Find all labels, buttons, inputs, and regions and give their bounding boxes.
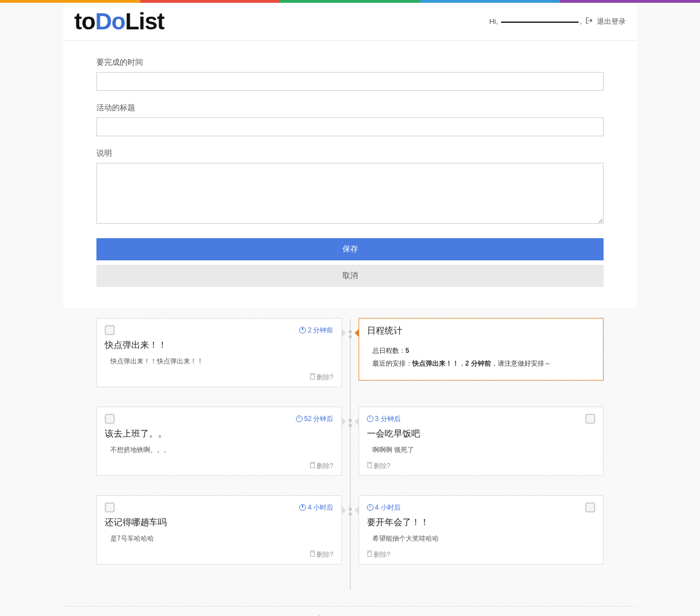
todo-title: 该去上班了。。 [105, 428, 334, 440]
trash-icon [310, 551, 315, 557]
delete-button[interactable]: 删除? [105, 548, 334, 559]
top-color-stripe [0, 0, 700, 3]
todo-card: 2 分钟前 快点弹出来！！ 快点弹出来！！快点弹出来！！ 删除? [96, 318, 342, 387]
clock-icon [299, 504, 306, 511]
todo-title: 一会吃早饭吧 [367, 428, 596, 440]
delete-button[interactable]: 删除? [105, 371, 334, 382]
stats-title: 日程统计 [367, 325, 596, 337]
header: toDoList Hi, , 退出登录 [63, 3, 637, 41]
todo-card: 4 小时后 要开年会了！！ 希望能抽个大奖哇哈哈 删除? [359, 495, 604, 564]
todo-card: 3 分钟后 一会吃早饭吧 啊啊啊 饿死了 删除? [359, 407, 604, 476]
todo-desc: 快点弹出来！！快点弹出来！！ [105, 357, 334, 371]
todo-checkbox[interactable] [105, 414, 115, 424]
title-input[interactable] [96, 117, 604, 136]
trash-icon [367, 462, 372, 468]
timeline: 2 分钟前 快点弹出来！！ 快点弹出来！！快点弹出来！！ 删除? 日程统计 总日… [63, 308, 637, 606]
todo-title: 还记得哪趟车吗 [105, 517, 334, 528]
clock-icon [299, 327, 306, 333]
clock-icon [367, 504, 374, 511]
todo-time-badge: 4 小时后 [367, 503, 401, 512]
time-label: 要完成的时间 [96, 58, 604, 68]
clock-icon [367, 415, 374, 422]
trash-icon [310, 373, 315, 379]
clock-icon [296, 415, 303, 422]
cancel-button[interactable]: 取消 [96, 265, 604, 287]
desc-label: 说明 [96, 148, 604, 158]
todo-time-badge: 3 分钟后 [367, 414, 401, 424]
todo-card: 4 小时后 还记得哪趟车吗 是7号车哈哈哈 删除? [96, 495, 342, 564]
user-area: Hi, , 退出登录 [489, 17, 626, 27]
todo-desc: 是7号车哈哈哈 [105, 534, 334, 548]
trash-icon [310, 462, 315, 468]
trash-icon [367, 551, 372, 557]
todo-time-badge: 4 小时后 [299, 503, 333, 512]
time-input[interactable] [96, 72, 604, 91]
logout-icon [586, 17, 592, 24]
logout-link[interactable]: 退出登录 [597, 17, 626, 25]
stats-body: 总日程数：5 最近的安排：快点弹出来！！，2 分钟前，请注意做好安排～ [367, 345, 596, 376]
todo-time-badge: 2 分钟前 [299, 326, 333, 335]
todo-checkbox[interactable] [585, 414, 595, 424]
stats-card: 日程统计 总日程数：5 最近的安排：快点弹出来！！，2 分钟前，请注意做好安排～ [359, 318, 604, 381]
todo-checkbox[interactable] [105, 325, 115, 335]
greeting-text: Hi, [489, 17, 498, 25]
new-todo-form: 要完成的时间 活动的标题 说明 保存 取消 [63, 41, 637, 308]
todo-desc: 希望能抽个大奖哇哈哈 [367, 534, 596, 548]
todo-checkbox[interactable] [105, 502, 115, 512]
todo-time-badge: 52 分钟后 [296, 414, 334, 424]
todo-desc: 不想挤地铁啊。。。 [105, 445, 334, 459]
todo-checkbox[interactable] [585, 502, 595, 512]
delete-button[interactable]: 删除? [367, 548, 596, 559]
desc-textarea[interactable] [96, 163, 604, 224]
app-logo: toDoList [74, 8, 164, 35]
delete-button[interactable]: 删除? [105, 459, 334, 471]
todo-desc: 啊啊啊 饿死了 [367, 445, 596, 459]
todo-card: 52 分钟后 该去上班了。。 不想挤地铁啊。。。 删除? [96, 407, 342, 476]
title-label: 活动的标题 [96, 103, 604, 113]
user-email-redacted [501, 22, 579, 23]
todo-title: 要开年会了！！ [367, 517, 596, 528]
todo-title: 快点弹出来！！ [105, 340, 334, 351]
save-button[interactable]: 保存 [96, 238, 604, 260]
page-footer: ©toDoList lanxyou.info [63, 606, 637, 616]
delete-button[interactable]: 删除? [367, 459, 596, 471]
